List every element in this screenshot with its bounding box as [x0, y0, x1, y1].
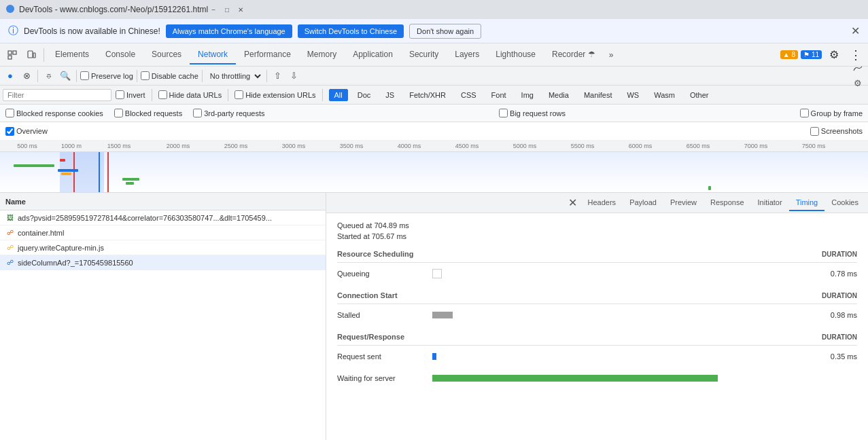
- svg-point-0: [6, 5, 14, 13]
- file-icon-doc: ☍: [5, 258, 15, 268]
- detail-close-icon[interactable]: ✕: [564, 195, 581, 210]
- settings-icon[interactable]: ⚙: [824, 45, 844, 65]
- file-row-4[interactable]: ☍ sideColumnAd?_=1705459815560: [0, 255, 326, 270]
- overview-checkbox[interactable]: [5, 127, 14, 136]
- file-row-1[interactable]: 🖼 ads?pvsid=2589595197278144&correlator=…: [0, 210, 326, 225]
- invert-label[interactable]: Invert: [116, 90, 145, 99]
- tab-application[interactable]: Application: [345, 45, 401, 65]
- detail-tab-initiator[interactable]: Initiator: [751, 195, 789, 211]
- filter-other-button[interactable]: Other: [684, 89, 714, 101]
- big-request-rows-label[interactable]: Big request rows: [499, 109, 566, 117]
- minimize-button[interactable]: −: [208, 4, 219, 15]
- main-content: Name 🖼 ads?pvsid=2589595197278144&correl…: [0, 193, 868, 440]
- detail-tab-preview[interactable]: Preview: [663, 195, 704, 211]
- tab-recorder[interactable]: Recorder ☂: [544, 45, 604, 65]
- filter-input[interactable]: [3, 89, 111, 101]
- timing-panel: Queued at 704.89 ms Started at 705.67 ms…: [326, 213, 868, 440]
- blocked-requests-checkbox[interactable]: [114, 109, 123, 117]
- filter-manifest-button[interactable]: Manifest: [578, 89, 618, 101]
- blocked-requests-label[interactable]: Blocked requests: [114, 109, 182, 117]
- filter-wasm-button[interactable]: Wasm: [648, 89, 680, 101]
- hide-extension-urls-checkbox[interactable]: [235, 90, 243, 99]
- tabs-overflow-button[interactable]: »: [605, 48, 618, 62]
- hide-data-urls-label[interactable]: Hide data URLs: [158, 90, 222, 99]
- ruler-tick: 6000 ms: [629, 143, 653, 149]
- record-button[interactable]: ●: [3, 69, 18, 84]
- filter-media-button[interactable]: Media: [543, 89, 574, 101]
- hide-data-urls-checkbox[interactable]: [158, 90, 167, 99]
- dont-show-button[interactable]: Don't show again: [409, 24, 481, 39]
- started-at-info: Started at 705.67 ms: [337, 232, 857, 240]
- timeline-bar-green-1: [14, 164, 54, 167]
- overview-label[interactable]: Overview: [5, 127, 48, 136]
- search-button[interactable]: 🔍: [58, 69, 73, 84]
- file-list: Name 🖼 ads?pvsid=2589595197278144&correl…: [0, 193, 326, 440]
- match-language-button[interactable]: Always match Chrome's language: [166, 24, 292, 38]
- tab-security[interactable]: Security: [401, 45, 447, 65]
- disable-cache-label[interactable]: Disable cache: [141, 71, 198, 80]
- network-settings-icon[interactable]: ⚙: [850, 76, 865, 91]
- notification-close-icon[interactable]: ✕: [851, 24, 860, 37]
- ruler-tick: 3000 ms: [282, 143, 306, 149]
- tab-sources[interactable]: Sources: [143, 45, 190, 65]
- filter-ws-button[interactable]: WS: [621, 89, 644, 101]
- tab-network[interactable]: Network: [190, 45, 236, 65]
- throttle-select[interactable]: No throttling Fast 3G Slow 3G Offline: [206, 71, 263, 81]
- filter-img-button[interactable]: Img: [516, 89, 539, 101]
- screenshots-label[interactable]: Screenshots: [810, 127, 863, 136]
- toolbar-divider-1: [37, 70, 38, 82]
- detail-tab-headers[interactable]: Headers: [581, 195, 623, 211]
- file-row-3[interactable]: ☍ jquery.writeCapture-min.js: [0, 240, 326, 255]
- detail-tab-cookies[interactable]: Cookies: [824, 195, 865, 211]
- close-window-button[interactable]: ✕: [235, 4, 246, 15]
- preserve-log-label[interactable]: Preserve log: [80, 71, 133, 80]
- group-by-frame-label[interactable]: Group by frame: [800, 109, 863, 117]
- ruler-tick: 7000 ms: [744, 143, 768, 149]
- third-party-label[interactable]: 3rd-party requests: [193, 109, 264, 117]
- blocked-cookies-checkbox[interactable]: [5, 109, 14, 117]
- big-request-rows-checkbox[interactable]: [499, 109, 508, 117]
- invert-checkbox[interactable]: [116, 90, 124, 99]
- file-row-2[interactable]: ☍ container.html: [0, 225, 326, 240]
- maximize-button[interactable]: □: [222, 4, 232, 15]
- ruler-tick: 5000 ms: [513, 143, 537, 149]
- tab-lighthouse[interactable]: Lighthouse: [487, 45, 544, 65]
- clear-button[interactable]: ⊗: [19, 69, 34, 84]
- preserve-log-checkbox[interactable]: [80, 71, 89, 80]
- file-icon-html: ☍: [5, 228, 15, 238]
- export-button[interactable]: ⇧: [271, 69, 285, 84]
- file-icon-img: 🖼: [5, 213, 15, 223]
- detail-tab-timing[interactable]: Timing: [789, 195, 825, 211]
- third-party-checkbox[interactable]: [193, 109, 202, 117]
- tab-console[interactable]: Console: [97, 45, 143, 65]
- devtools-logo: [5, 4, 15, 16]
- file-name-1: ads?pvsid=2589595197278144&correlator=76…: [18, 214, 272, 222]
- disable-cache-checkbox[interactable]: [141, 71, 150, 80]
- device-toggle-icon[interactable]: [22, 45, 41, 65]
- file-icon-js: ☍: [5, 243, 15, 253]
- tab-layers[interactable]: Layers: [447, 45, 487, 65]
- screenshots-checkbox[interactable]: [810, 127, 819, 136]
- request-sent-duration: 0.35 ms: [810, 352, 857, 361]
- detail-tab-payload[interactable]: Payload: [623, 195, 663, 211]
- import-button[interactable]: ⇩: [287, 69, 302, 84]
- filter-font-button[interactable]: Font: [486, 89, 512, 101]
- filter-doc-button[interactable]: Doc: [352, 89, 377, 101]
- timeline-blue-line: [99, 152, 100, 192]
- filter-all-button[interactable]: All: [329, 89, 348, 101]
- filter-css-button[interactable]: CSS: [455, 89, 482, 101]
- filter-js-button[interactable]: JS: [380, 89, 400, 101]
- hide-extension-urls-label[interactable]: Hide extension URLs: [235, 90, 315, 99]
- inspect-element-icon[interactable]: [3, 45, 22, 65]
- switch-chinese-button[interactable]: Switch DevTools to Chinese: [298, 24, 404, 38]
- network-conditions-icon[interactable]: [850, 61, 865, 76]
- ruler-tick: 1500 ms: [107, 143, 131, 149]
- blocked-cookies-label[interactable]: Blocked response cookies: [5, 109, 103, 117]
- filter-fetch-xhr-button[interactable]: Fetch/XHR: [404, 89, 451, 101]
- tab-performance[interactable]: Performance: [236, 45, 299, 65]
- group-by-frame-checkbox[interactable]: [800, 109, 809, 117]
- filter-button[interactable]: ⎑: [41, 69, 56, 84]
- tab-memory[interactable]: Memory: [299, 45, 345, 65]
- tab-elements[interactable]: Elements: [47, 45, 97, 65]
- detail-tab-response[interactable]: Response: [704, 195, 751, 211]
